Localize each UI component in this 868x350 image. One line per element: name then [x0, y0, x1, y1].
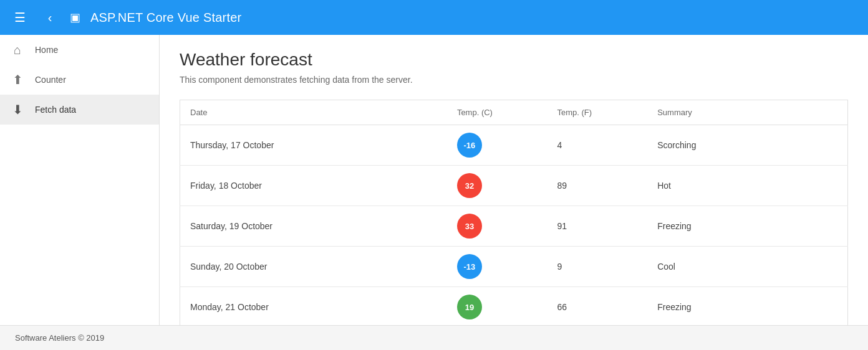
table-row: Friday, 18 October 32 89 Hot — [180, 166, 848, 206]
top-bar: ☰ ‹ ▣ ASP.NET Core Vue Starter — [0, 0, 868, 35]
cell-summary: Hot — [647, 166, 847, 206]
cell-date: Monday, 21 October — [180, 287, 447, 326]
cell-tempf: 9 — [547, 247, 648, 287]
table-row: Monday, 21 October 19 66 Freezing — [180, 287, 848, 326]
footer-text: Software Ateliers © 2019 — [15, 333, 104, 343]
sidebar-item-label: Fetch data — [35, 105, 76, 115]
main-content: Weather forecast This component demonstr… — [160, 35, 868, 325]
cell-date: Saturday, 19 October — [180, 206, 447, 247]
page-title: Weather forecast — [180, 50, 848, 70]
temp-badge: 32 — [457, 173, 482, 198]
cell-summary: Freezing — [647, 287, 847, 326]
sidebar-item-fetch-data[interactable]: ⬇ Fetch data — [0, 95, 159, 125]
fetch-data-icon: ⬇ — [10, 102, 25, 117]
cell-tempf: 66 — [547, 287, 648, 326]
cell-summary: Freezing — [647, 206, 847, 247]
page-subtitle: This component demonstrates fetching dat… — [180, 75, 848, 85]
col-header-summary: Summary — [647, 100, 847, 125]
temp-badge: 19 — [457, 295, 482, 319]
table-header-row: Date Temp. (C) Temp. (F) Summary — [180, 100, 848, 125]
col-header-tempf: Temp. (F) — [547, 100, 648, 125]
cell-date: Friday, 18 October — [180, 166, 447, 206]
sidebar-item-label: Counter — [35, 75, 66, 85]
app-icon: ▣ — [70, 11, 80, 24]
cell-tempc: -13 — [447, 247, 547, 287]
cell-tempc: 19 — [447, 287, 547, 326]
sidebar-item-home[interactable]: ⌂ Home — [0, 35, 159, 65]
cell-tempf: 4 — [547, 125, 648, 166]
sidebar: ⌂ Home ⬆ Counter ⬇ Fetch data — [0, 35, 160, 325]
table-row: Saturday, 19 October 33 91 Freezing — [180, 206, 848, 247]
cell-tempf: 89 — [547, 166, 648, 206]
app-title: ASP.NET Core Vue Starter — [90, 11, 241, 25]
table-row: Thursday, 17 October -16 4 Scorching — [180, 125, 848, 166]
layout: ⌂ Home ⬆ Counter ⬇ Fetch data Weather fo… — [0, 35, 868, 325]
cell-tempc: -16 — [447, 125, 547, 166]
temp-badge: -16 — [457, 133, 482, 158]
home-icon: ⌂ — [10, 43, 25, 57]
col-header-date: Date — [180, 100, 447, 125]
cell-tempc: 32 — [447, 166, 547, 206]
footer: Software Ateliers © 2019 — [0, 325, 868, 350]
cell-date: Thursday, 17 October — [180, 125, 447, 166]
temp-badge: 33 — [457, 214, 482, 239]
sidebar-item-label: Home — [35, 45, 58, 55]
back-icon[interactable]: ‹ — [40, 7, 60, 27]
menu-icon[interactable]: ☰ — [10, 7, 30, 27]
weather-table: Date Temp. (C) Temp. (F) Summary Thursda… — [180, 100, 848, 325]
cell-date: Sunday, 20 October — [180, 247, 447, 287]
cell-summary: Scorching — [647, 125, 847, 166]
cell-tempc: 33 — [447, 206, 547, 247]
sidebar-item-counter[interactable]: ⬆ Counter — [0, 65, 159, 95]
temp-badge: -13 — [457, 254, 482, 279]
cell-summary: Cool — [647, 247, 847, 287]
table-row: Sunday, 20 October -13 9 Cool — [180, 247, 848, 287]
cell-tempf: 91 — [547, 206, 648, 247]
col-header-tempc: Temp. (C) — [447, 100, 547, 125]
counter-icon: ⬆ — [10, 72, 25, 87]
